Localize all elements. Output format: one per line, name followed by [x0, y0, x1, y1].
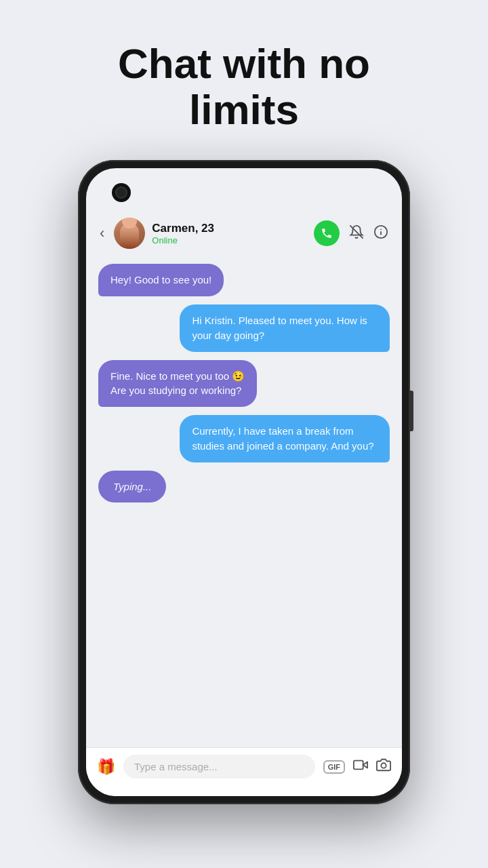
message-text-1: Hey! Good to see you! [110, 274, 211, 285]
message-input[interactable]: Type a message... [123, 755, 315, 778]
svg-rect-5 [354, 760, 363, 769]
gift-icon[interactable]: 🎁 [97, 758, 115, 776]
headline-line1: Chat with no [118, 40, 370, 87]
contact-name: Carmen, 23 [152, 222, 307, 235]
back-button[interactable]: ‹ [100, 224, 104, 242]
bottom-screen-padding [86, 785, 402, 796]
messages-area: Hey! Good to see you! Hi Kristin. Please… [86, 257, 402, 747]
avatar-silhouette [120, 223, 139, 249]
message-bubble-4: Currently, I have taken a break from stu… [180, 415, 390, 462]
message-text-3: Fine. Nice to meet you too 😉Are you stud… [110, 370, 245, 397]
svg-point-6 [381, 763, 386, 768]
gif-button[interactable]: GIF [323, 760, 345, 774]
message-bubble-3: Fine. Nice to meet you too 😉Are you stud… [98, 360, 257, 408]
headline-line2: limits [189, 86, 299, 133]
mute-button[interactable] [349, 224, 364, 243]
message-input-bar: 🎁 Type a message... GIF [86, 747, 402, 785]
video-button[interactable] [353, 757, 368, 776]
svg-marker-4 [363, 762, 367, 768]
phone-mockup: ‹ Carmen, 23 Online [78, 160, 410, 804]
camera-hole [112, 183, 131, 202]
avatar-image [114, 218, 145, 249]
side-button [410, 391, 413, 431]
message-text-2: Hi Kristin. Pleased to meet you. How is … [192, 315, 367, 341]
info-button[interactable] [373, 224, 388, 243]
typing-indicator: Typing... [98, 471, 166, 503]
camera-button[interactable] [376, 757, 391, 776]
message-bubble-2: Hi Kristin. Pleased to meet you. How is … [180, 304, 390, 352]
call-button[interactable] [314, 220, 340, 246]
contact-status: Online [152, 235, 307, 245]
message-text-4: Currently, I have taken a break from stu… [192, 425, 373, 452]
message-bubble-1: Hey! Good to see you! [98, 264, 224, 296]
contact-info: Carmen, 23 Online [152, 222, 307, 245]
typing-text: Typing... [113, 481, 151, 492]
avatar [114, 218, 145, 249]
header-icons [314, 220, 388, 246]
headline: Chat with no limits [91, 41, 397, 133]
chat-header: ‹ Carmen, 23 Online [86, 205, 402, 257]
phone-screen: ‹ Carmen, 23 Online [86, 168, 402, 796]
phone-outer-shell: ‹ Carmen, 23 Online [78, 160, 410, 804]
